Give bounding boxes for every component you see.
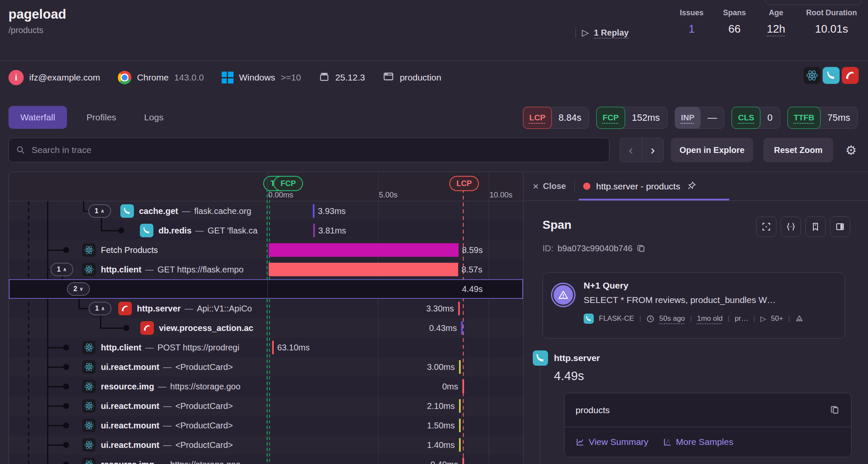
ruby-icon (118, 302, 132, 315)
flask-icon (823, 67, 840, 84)
vital-inp[interactable]: INP— (675, 107, 725, 129)
tab-waterfall[interactable]: Waterfall (8, 106, 67, 129)
flask-icon (120, 204, 134, 218)
span-duration-label: 1.40ms (427, 435, 455, 455)
span-tick[interactable] (461, 321, 463, 335)
replay-link[interactable]: ▷ 1 Replay (576, 27, 629, 38)
span-tick[interactable] (459, 399, 461, 413)
vital-ttfb[interactable]: TTFB75ms (787, 107, 858, 129)
span-bar[interactable] (269, 243, 459, 257)
span-count-toggle[interactable]: 1∧ (88, 204, 111, 218)
marker-pill-fcp[interactable]: FCP (273, 176, 303, 191)
chart-icon (576, 437, 585, 447)
profile-button[interactable] (805, 217, 826, 237)
release-meta: 25.12.3 (319, 71, 365, 84)
span-op: http.server (554, 353, 600, 363)
span-tick[interactable] (459, 360, 461, 374)
span-row-label: ui.react.mount—<ProductCard> (101, 416, 233, 435)
span-tick[interactable] (462, 380, 464, 393)
settings-gear-button[interactable]: ⚙ (840, 138, 862, 162)
issue-title[interactable]: N+1 Query (584, 281, 629, 291)
more-samples-link[interactable]: More Samples (663, 437, 733, 447)
partial-top-button[interactable] (765, 0, 861, 5)
span-tick[interactable] (462, 458, 464, 464)
span-tick[interactable] (459, 419, 461, 432)
vital-lcp[interactable]: LCP8.84s (523, 107, 589, 129)
stat-value[interactable]: 12h (765, 22, 787, 36)
span-row-label: http.client—GET https://flask.empo (101, 260, 244, 279)
span-tick[interactable] (313, 224, 315, 237)
span-row-label: db.redis—GET 'flask.ca (159, 221, 258, 240)
user-meta: i ifz@example.com (8, 70, 100, 85)
span-duration-label: 3.81ms (318, 221, 346, 240)
focus-span-button[interactable] (756, 217, 776, 237)
copy-icon[interactable] (830, 405, 840, 415)
trace-row[interactable] (9, 221, 523, 240)
span-tick[interactable] (272, 341, 274, 354)
reset-zoom-button[interactable]: Reset Zoom (763, 138, 833, 162)
close-button[interactable]: Close (543, 181, 566, 191)
span-row-label: resource.img—https://storage.goo (101, 377, 240, 396)
vital-cls[interactable]: CLS0 (732, 107, 780, 129)
tree-node-dot (63, 403, 69, 409)
tree-connector (100, 328, 123, 329)
vital-label: FCP (596, 107, 625, 129)
prev-button[interactable]: ‹ (620, 138, 642, 162)
span-links-row: View Summary More Samples (565, 427, 851, 457)
tree-connector (47, 250, 63, 251)
os-name: Windows (239, 72, 275, 83)
span-id-row: ID: b9a073c99040b746 (542, 244, 646, 253)
json-view-button[interactable] (781, 217, 801, 237)
span-duration-label: 0.43ms (429, 318, 457, 338)
detail-tab-title[interactable]: http.server - products (596, 181, 680, 192)
split-view-button[interactable] (830, 217, 850, 237)
copy-icon[interactable] (637, 244, 646, 253)
marker-line-fcp (269, 189, 270, 464)
span-duration-label: 2.10ms (427, 396, 455, 416)
react-icon (82, 341, 96, 354)
span-tick[interactable] (313, 204, 314, 218)
flask-icon (533, 350, 548, 366)
span-bar[interactable] (269, 263, 458, 276)
issue-old[interactable]: 1mo old (697, 314, 722, 323)
issue-project: FLASK-CE (599, 314, 634, 323)
tree-node-dot (63, 422, 69, 428)
tab-logs[interactable]: Logs (136, 106, 172, 129)
marker-pill-lcp[interactable]: LCP (449, 176, 479, 191)
vital-value: 0 (760, 107, 779, 128)
vital-label: LCP (523, 107, 552, 129)
os-meta: Windows >=10 (222, 72, 301, 83)
span-duration-label: 3.00ms (427, 357, 455, 377)
span-count-toggle[interactable]: 1∧ (89, 302, 111, 315)
waterfall-area[interactable]: 0.00ms5.00s10.00sTTFBFCPLCP1∧cache.get—f… (9, 172, 523, 464)
span-tick[interactable] (458, 302, 460, 315)
n-plus-one-issue-card[interactable]: N+1 Query SELECT * FROM reviews, product… (542, 272, 845, 339)
span-count-toggle[interactable]: 1∧ (50, 263, 73, 276)
os-version: >=10 (281, 72, 301, 83)
next-button[interactable]: › (642, 138, 664, 162)
span-duration-label: 8.59s (462, 240, 483, 260)
view-summary-link[interactable]: View Summary (576, 437, 648, 447)
close-icon[interactable]: × (533, 181, 539, 192)
react-icon (82, 360, 96, 374)
chevron-up-icon: ∧ (101, 306, 105, 311)
issue-description: SELECT * FROM reviews, product_bundles W… (584, 295, 776, 305)
span-count-toggle[interactable]: 2∨ (67, 282, 90, 296)
browser-meta: Chrome 143.0.0 (118, 71, 204, 84)
tab-profiles[interactable]: Profiles (78, 106, 125, 129)
stat-value: 1 (680, 22, 704, 36)
span-description-card: products View Summary More Samples (564, 393, 851, 457)
open-in-explore-button[interactable]: Open in Explore (671, 138, 753, 162)
replay-label[interactable]: 1 Replay (594, 28, 629, 38)
search-bar[interactable] (8, 138, 609, 162)
span-id-value: b9a073c99040b746 (558, 244, 633, 253)
divider: | (728, 314, 729, 323)
pin-icon[interactable] (687, 181, 696, 192)
span-tick[interactable] (459, 438, 461, 452)
section-title: Span (542, 218, 571, 232)
search-input[interactable] (31, 144, 602, 156)
span-row-label: view.process_action.ac (159, 318, 253, 338)
issue-age[interactable]: 50s ago (659, 314, 685, 323)
vital-fcp[interactable]: FCP152ms (596, 107, 668, 129)
tree-connector (47, 406, 63, 407)
